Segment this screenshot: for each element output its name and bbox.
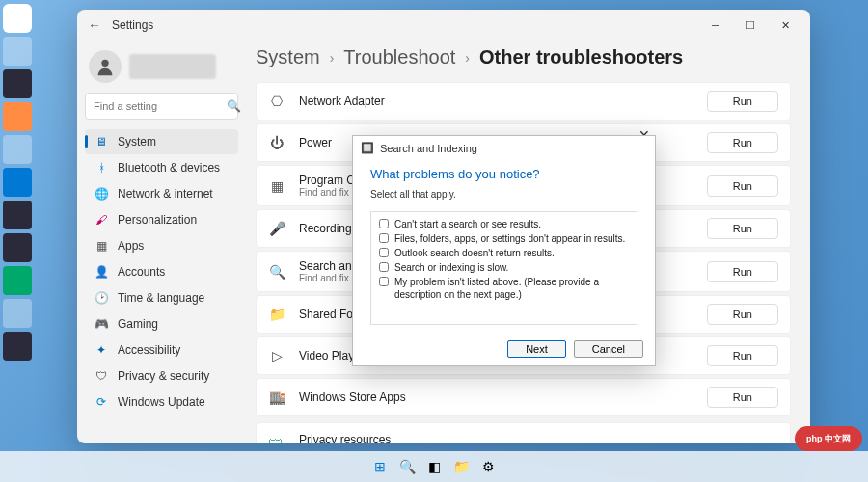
nav-label: Gaming <box>118 317 158 331</box>
search-input[interactable] <box>94 100 227 112</box>
nav-icon: ▦ <box>95 239 108 253</box>
nav-icon: 🖥 <box>95 135 108 148</box>
watermark: php 中文网 <box>795 426 862 451</box>
dialog-option[interactable]: Can't start a search or see results. <box>379 218 629 230</box>
user-account[interactable] <box>85 44 238 93</box>
option-label: Search or indexing is slow. <box>394 261 508 274</box>
sidebar-item-windows-update[interactable]: ⟳Windows Update <box>85 389 238 415</box>
troubleshooter-icon: ▷ <box>268 347 285 364</box>
next-button[interactable]: Next <box>507 340 566 358</box>
minimize-button[interactable]: ─ <box>698 12 733 39</box>
taskbar-search-icon[interactable]: 🔍 <box>396 456 418 477</box>
troubleshooter-row: 🏬 Windows Store Apps Run <box>256 378 791 416</box>
sidebar-item-apps[interactable]: ▦Apps <box>85 233 238 258</box>
close-button[interactable]: ✕ <box>768 12 802 39</box>
chevron-right-icon: › <box>465 50 470 66</box>
desktop-icon[interactable] <box>3 4 32 33</box>
sidebar-item-time-language[interactable]: 🕑Time & language <box>85 285 238 310</box>
desktop-icons <box>0 0 68 482</box>
start-button[interactable]: ⊞ <box>369 456 391 477</box>
nav-list: 🖥SystemᚼBluetooth & devices🌐Network & in… <box>85 129 238 415</box>
run-button[interactable]: Run <box>707 345 778 366</box>
desktop-icon[interactable] <box>3 233 32 262</box>
troubleshooter-row: ⎔ Network Adapter Run <box>256 82 791 120</box>
breadcrumb-item[interactable]: Troubleshoot <box>343 46 455 68</box>
nav-icon: ᚼ <box>95 161 108 174</box>
maximize-button[interactable]: ☐ <box>733 12 768 39</box>
cancel-button[interactable]: Cancel <box>574 340 643 358</box>
troubleshooter-icon: 📁 <box>268 306 285 323</box>
run-button[interactable]: Run <box>707 261 778 282</box>
sidebar-item-accessibility[interactable]: ✦Accessibility <box>85 337 238 362</box>
troubleshooter-icon: 🏬 <box>268 388 285 406</box>
option-checkbox[interactable] <box>379 277 389 286</box>
desktop-icon[interactable] <box>3 266 32 295</box>
search-box[interactable]: 🔍 <box>85 93 238 120</box>
sidebar-item-privacy-security[interactable]: 🛡Privacy & security <box>85 363 238 388</box>
dialog-option[interactable]: Outlook search doesn't return results. <box>379 247 629 259</box>
window-title: Settings <box>112 18 153 32</box>
sidebar-item-network-internet[interactable]: 🌐Network & internet <box>85 181 238 206</box>
desktop-icon[interactable] <box>3 69 32 98</box>
file-explorer-icon[interactable]: 📁 <box>450 456 472 477</box>
sidebar-item-system[interactable]: 🖥System <box>85 129 238 154</box>
privacy-resources[interactable]: 🛡 Privacy resources About these settings… <box>256 422 791 443</box>
back-button[interactable]: ← <box>85 17 104 33</box>
user-name-redacted <box>129 54 216 79</box>
troubleshooter-icon: ⎔ <box>268 93 285 110</box>
option-checkbox[interactable] <box>379 233 389 243</box>
desktop-icon[interactable] <box>3 332 32 361</box>
sidebar-item-gaming[interactable]: 🎮Gaming <box>85 311 238 336</box>
run-button[interactable]: Run <box>707 304 778 325</box>
nav-icon: 🖌 <box>95 213 108 227</box>
privacy-title: Privacy resources <box>299 433 475 443</box>
sidebar-item-personalization[interactable]: 🖌Personalization <box>85 207 238 232</box>
desktop-icon[interactable] <box>3 168 32 197</box>
option-checkbox[interactable] <box>379 248 389 257</box>
option-label: My problem isn't listed above. (Please p… <box>394 276 629 301</box>
run-button[interactable]: Run <box>707 218 778 239</box>
dialog-titlebar: 🔲 Search and Indexing <box>353 136 655 161</box>
run-button[interactable]: Run <box>707 91 778 112</box>
settings-icon[interactable]: ⚙ <box>477 456 499 477</box>
svg-point-0 <box>101 60 108 67</box>
desktop-icon[interactable] <box>3 135 32 164</box>
breadcrumb-item[interactable]: System <box>256 46 320 68</box>
nav-icon: 👤 <box>95 265 108 279</box>
nav-label: Personalization <box>118 213 197 227</box>
option-label: Files, folders, apps, or settings don't … <box>394 232 625 245</box>
run-button[interactable]: Run <box>707 175 778 197</box>
option-checkbox[interactable] <box>379 262 389 272</box>
option-label: Can't start a search or see results. <box>394 218 541 230</box>
dialog-option[interactable]: My problem isn't listed above. (Please p… <box>379 276 629 301</box>
run-button[interactable]: Run <box>707 132 778 153</box>
dialog-option[interactable]: Files, folders, apps, or settings don't … <box>379 232 629 245</box>
nav-icon: 🛡 <box>95 369 108 383</box>
task-view-icon[interactable]: ◧ <box>423 456 445 477</box>
troubleshooter-title: Network Adapter <box>299 94 707 108</box>
sidebar: 🔍 🖥SystemᚼBluetooth & devices🌐Network & … <box>77 40 246 443</box>
run-button[interactable]: Run <box>707 387 778 408</box>
dialog-option[interactable]: Search or indexing is slow. <box>379 261 629 274</box>
titlebar: ← Settings ─ ☐ ✕ <box>77 10 810 40</box>
nav-label: System <box>118 135 156 148</box>
desktop-icon[interactable] <box>3 102 32 131</box>
nav-label: Privacy & security <box>118 369 209 383</box>
dialog-option-list: Can't start a search or see results.File… <box>370 211 637 325</box>
dialog-hint: Select all that apply. <box>370 189 637 200</box>
taskbar: ⊞ 🔍 ◧ 📁 ⚙ <box>0 451 868 482</box>
sidebar-item-bluetooth-devices[interactable]: ᚼBluetooth & devices <box>85 155 238 180</box>
dialog-title: Search and Indexing <box>380 143 477 154</box>
nav-icon: ✦ <box>95 343 108 357</box>
desktop-icon[interactable] <box>3 37 32 66</box>
troubleshooter-icon: ⏻ <box>268 134 285 151</box>
sidebar-item-accounts[interactable]: 👤Accounts <box>85 259 238 284</box>
nav-label: Apps <box>118 239 144 253</box>
nav-label: Time & language <box>118 291 204 305</box>
option-checkbox[interactable] <box>379 219 389 228</box>
nav-icon: 🌐 <box>95 187 108 201</box>
desktop-icon[interactable] <box>3 201 32 229</box>
troubleshooter-title: Windows Store Apps <box>299 390 707 404</box>
desktop-icon[interactable] <box>3 299 32 328</box>
nav-icon: ⟳ <box>95 395 108 409</box>
